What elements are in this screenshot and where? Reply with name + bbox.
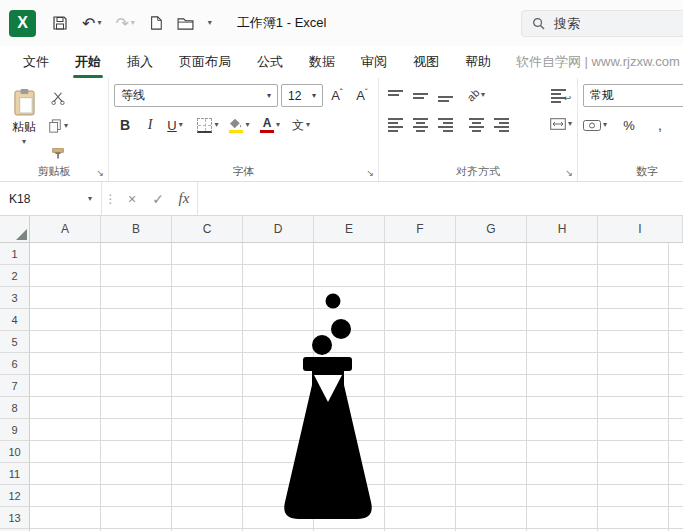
column-header-G[interactable]: G (456, 216, 527, 242)
undo-icon: ↶ (82, 14, 95, 33)
alignment-dialog-launcher-icon[interactable]: ↘ (565, 168, 573, 178)
flask-rim (303, 357, 352, 371)
column-header-I[interactable]: I (598, 216, 683, 242)
number-format-combo[interactable]: 常规 ▾ (583, 84, 683, 107)
clipboard-dialog-launcher-icon[interactable]: ↘ (96, 168, 104, 178)
save-button[interactable] (47, 10, 73, 36)
folder-icon (177, 17, 194, 30)
row-header-9[interactable]: 9 (0, 419, 29, 441)
font-size-combo[interactable]: 12 ▾ (281, 84, 323, 107)
align-middle-button[interactable] (409, 84, 431, 106)
row-header-1[interactable]: 1 (0, 243, 29, 265)
new-workbook-button[interactable] (144, 10, 168, 36)
row-header-4[interactable]: 4 (0, 309, 29, 331)
undo-button[interactable]: ↶ ▾ (77, 10, 106, 36)
comma-style-button[interactable]: , (649, 114, 671, 136)
font-dialog-launcher-icon[interactable]: ↘ (366, 168, 374, 178)
copy-button[interactable]: ▾ (47, 115, 69, 137)
search-box[interactable]: 搜索 (521, 10, 683, 37)
column-header-A[interactable]: A (30, 216, 101, 242)
format-painter-button[interactable] (47, 143, 69, 165)
align-left-button[interactable] (384, 113, 406, 135)
tab-formulas[interactable]: 公式 (244, 46, 296, 78)
column-header-E[interactable]: E (314, 216, 385, 242)
clipboard-group-label: 剪贴板 (0, 164, 108, 179)
search-placeholder: 搜索 (554, 15, 580, 33)
orientation-button[interactable]: ab ▾ (465, 84, 487, 106)
merge-center-button[interactable]: ▾ (550, 113, 572, 135)
row-header-12[interactable]: 12 (0, 485, 29, 507)
italic-button[interactable]: I (139, 114, 161, 136)
row-header-8[interactable]: 8 (0, 397, 29, 419)
tab-file[interactable]: 文件 (10, 46, 62, 78)
font-name-combo[interactable]: 等线 ▾ (114, 84, 278, 107)
align-bottom-button[interactable] (434, 84, 456, 106)
ribbon-tab-list: 文件开始插入页面布局公式数据审阅视图帮助 (10, 46, 504, 78)
row-header-5[interactable]: 5 (0, 331, 29, 353)
insert-function-button[interactable]: fx (171, 182, 197, 215)
excel-app-icon[interactable]: X (9, 10, 36, 37)
fill-color-button[interactable]: ▾ (228, 114, 250, 136)
row-headers: 12345678910111213 (0, 243, 30, 531)
tab-view[interactable]: 视图 (400, 46, 452, 78)
column-header-H[interactable]: H (527, 216, 598, 242)
select-all-corner[interactable] (0, 216, 30, 243)
decrease-indent-button[interactable] (465, 113, 487, 135)
row-header-6[interactable]: 6 (0, 353, 29, 375)
customize-quick-access-button[interactable]: ▾ (203, 10, 217, 36)
align-center-button[interactable] (409, 113, 431, 135)
column-header-F[interactable]: F (385, 216, 456, 242)
column-header-B[interactable]: B (101, 216, 172, 242)
font-group-label: 字体 (109, 164, 378, 179)
cut-button[interactable] (47, 87, 69, 109)
font-color-button[interactable]: A ▾ (259, 114, 281, 136)
flask-beaker-image[interactable] (280, 288, 376, 528)
tab-home[interactable]: 开始 (62, 46, 114, 78)
borders-button[interactable]: ▾ (197, 114, 219, 136)
chevron-down-icon: ▾ (64, 122, 68, 130)
align-middle-icon (413, 88, 428, 103)
tab-data[interactable]: 数据 (296, 46, 348, 78)
titlebar: X ↶ ▾ ↷ ▾ ▾ 工作簿1 - Excel 搜索 (0, 0, 683, 46)
number-group: 常规 ▾ ▾ % , 数字 (578, 78, 683, 181)
return-arrow-icon: ↩ (564, 93, 572, 103)
column-header-D[interactable]: D (243, 216, 314, 242)
increase-font-size-button[interactable]: Aˆ (326, 85, 348, 107)
font-color-bar (260, 130, 274, 133)
chevron-down-icon: ▾ (603, 121, 607, 129)
formula-input[interactable] (197, 182, 683, 215)
tab-help[interactable]: 帮助 (452, 46, 504, 78)
row-header-3[interactable]: 3 (0, 287, 29, 309)
caret-up-icon: ˆ (340, 87, 343, 97)
bold-button[interactable]: B (114, 114, 136, 136)
paste-button[interactable]: 粘贴 ▾ (5, 84, 43, 165)
phonetic-guide-button[interactable]: 文 ▾ (290, 114, 312, 136)
row-header-13[interactable]: 13 (0, 507, 29, 529)
tab-page-layout[interactable]: 页面布局 (166, 46, 244, 78)
font-size-value: 12 (288, 89, 301, 103)
accounting-format-button[interactable]: ▾ (583, 114, 607, 136)
underline-button[interactable]: U ▾ (164, 114, 186, 136)
tab-review[interactable]: 审阅 (348, 46, 400, 78)
redo-button[interactable]: ↷ ▾ (110, 10, 139, 36)
row-header-11[interactable]: 11 (0, 463, 29, 485)
align-right-button[interactable] (434, 113, 456, 135)
increase-indent-button[interactable] (490, 113, 512, 135)
align-top-button[interactable] (384, 84, 406, 106)
row-header-7[interactable]: 7 (0, 375, 29, 397)
chevron-down-icon: ▾ (276, 121, 280, 129)
chevron-down-icon: ▾ (22, 138, 26, 146)
tab-insert[interactable]: 插入 (114, 46, 166, 78)
confirm-entry-button[interactable]: ✓ (145, 182, 171, 215)
open-file-button[interactable] (172, 10, 199, 36)
percent-style-button[interactable]: % (618, 114, 640, 136)
column-header-C[interactable]: C (172, 216, 243, 242)
merge-cells-icon (550, 118, 566, 130)
name-box-resize-handle[interactable]: ⋮ (102, 182, 119, 215)
row-header-10[interactable]: 10 (0, 441, 29, 463)
name-box[interactable]: K18 ▾ (0, 182, 102, 215)
wrap-text-button[interactable]: ↩ (550, 84, 572, 106)
decrease-font-size-button[interactable]: Aˇ (351, 85, 373, 107)
cancel-entry-button[interactable]: × (119, 182, 145, 215)
row-header-2[interactable]: 2 (0, 265, 29, 287)
